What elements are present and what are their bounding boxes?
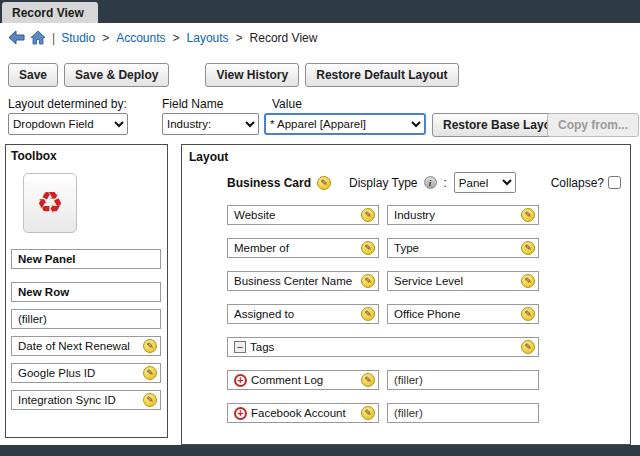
expand-plus-icon[interactable]: + xyxy=(234,407,247,420)
layout-determined-select[interactable]: Dropdown Field xyxy=(8,113,128,135)
view-history-button[interactable]: View History xyxy=(205,63,299,87)
layout-row: Assigned to ✎ Office Phone ✎ xyxy=(227,304,623,324)
breadcrumb: | Studio > Accounts > Layouts > Record V… xyxy=(0,23,640,49)
toolbox-item-google-plus-id[interactable]: Google Plus ID ✎ xyxy=(11,363,161,383)
layout-body: Business Card ✎ Display Type i : Panel C… xyxy=(189,164,623,423)
breadcrumb-chevron: > xyxy=(173,31,180,45)
display-type-select[interactable]: Panel xyxy=(454,172,516,193)
restore-default-layout-button[interactable]: Restore Default Layout xyxy=(305,63,458,87)
layout-field-filler[interactable]: (filler) xyxy=(387,403,539,423)
breadcrumb-current: Record View xyxy=(250,31,318,45)
save-button[interactable]: Save xyxy=(8,63,58,87)
edit-icon[interactable]: ✎ xyxy=(361,307,375,321)
toolbox-panel: Toolbox ♻ New Panel New Row (filler) Dat… xyxy=(5,144,168,438)
edit-icon[interactable]: ✎ xyxy=(361,241,375,255)
edit-icon[interactable]: ✎ xyxy=(361,406,375,420)
layout-row: Business Center Name ✎ Service Level ✎ xyxy=(227,271,623,291)
copy-from-button[interactable]: Copy from... xyxy=(547,113,639,137)
panel-name: Business Card xyxy=(227,176,311,190)
layout-title: Layout xyxy=(189,150,623,164)
toolbox-item-filler[interactable]: (filler) xyxy=(11,309,161,329)
layout-row: + Facebook Account ✎ (filler) xyxy=(227,403,623,423)
value-select[interactable]: * Apparel [Apparel] xyxy=(264,113,426,135)
layout-row: Member of ✎ Type ✎ xyxy=(227,238,623,258)
edit-icon[interactable]: ✎ xyxy=(317,176,331,190)
field-name-label: Field Name xyxy=(162,97,223,111)
toolbox-title: Toolbox xyxy=(11,149,162,163)
layout-row: + Comment Log ✎ (filler) xyxy=(227,370,623,390)
breadcrumb-separator: | xyxy=(52,31,55,45)
expand-plus-icon[interactable]: + xyxy=(234,374,247,387)
layout-field-facebook-account[interactable]: + Facebook Account ✎ xyxy=(227,403,379,423)
edit-icon[interactable]: ✎ xyxy=(521,340,535,354)
layout-field-industry[interactable]: Industry ✎ xyxy=(387,205,539,225)
layout-field-assigned-to[interactable]: Assigned to ✎ xyxy=(227,304,379,324)
breadcrumb-link-studio[interactable]: Studio xyxy=(61,31,95,45)
layout-field-filler[interactable]: (filler) xyxy=(387,370,539,390)
edit-icon[interactable]: ✎ xyxy=(361,373,375,387)
toolbox-item-new-row[interactable]: New Row xyxy=(11,282,161,302)
edit-icon[interactable]: ✎ xyxy=(521,307,535,321)
edit-icon[interactable]: ✎ xyxy=(143,393,157,407)
recycle-icon: ♻ xyxy=(37,188,64,218)
action-toolbar: Save Save & Deploy View History Restore … xyxy=(0,49,640,87)
toolbox-item-date-of-next-renewal[interactable]: Date of Next Renewal ✎ xyxy=(11,336,161,356)
collapse-label: Collapse? xyxy=(551,176,604,190)
collapse-checkbox[interactable] xyxy=(608,176,621,189)
field-name-select[interactable]: Industry: xyxy=(162,113,259,135)
main-area: Toolbox ♻ New Panel New Row (filler) Dat… xyxy=(0,135,640,445)
breadcrumb-link-accounts[interactable]: Accounts xyxy=(116,31,165,45)
layout-row: Website ✎ Industry ✎ xyxy=(227,205,623,225)
edit-icon[interactable]: ✎ xyxy=(521,274,535,288)
layout-field-website[interactable]: Website ✎ xyxy=(227,205,379,225)
layout-field-office-phone[interactable]: Office Phone ✎ xyxy=(387,304,539,324)
breadcrumb-chevron: > xyxy=(102,31,109,45)
toolbox-item-integration-sync-id[interactable]: Integration Sync ID ✎ xyxy=(11,390,161,410)
toolbox-item-new-panel[interactable]: New Panel xyxy=(11,249,161,269)
layout-field-business-center-name[interactable]: Business Center Name ✎ xyxy=(227,271,379,291)
collapse-minus-icon[interactable]: − xyxy=(234,341,246,353)
breadcrumb-link-layouts[interactable]: Layouts xyxy=(187,31,229,45)
layout-editor-panel: Layout Business Card ✎ Display Type i : … xyxy=(181,144,631,445)
collapse-control: Collapse? xyxy=(551,176,621,190)
layout-field-member-of[interactable]: Member of ✎ xyxy=(227,238,379,258)
trash-bin[interactable]: ♻ xyxy=(23,173,77,233)
home-icon[interactable] xyxy=(30,30,46,45)
edit-icon[interactable]: ✎ xyxy=(361,208,375,222)
edit-icon[interactable]: ✎ xyxy=(361,274,375,288)
back-arrow-icon[interactable] xyxy=(8,30,25,45)
filter-labels: Layout determined by: Field Name Value xyxy=(0,97,640,110)
save-deploy-button[interactable]: Save & Deploy xyxy=(64,63,169,87)
layout-field-comment-log[interactable]: + Comment Log ✎ xyxy=(227,370,379,390)
window-header: Record View xyxy=(0,0,640,23)
value-label: Value xyxy=(272,97,302,111)
filter-controls: Dropdown Field Industry: * Apparel [Appa… xyxy=(0,113,640,135)
layout-determined-label: Layout determined by: xyxy=(8,97,127,111)
tab-record-view[interactable]: Record View xyxy=(2,2,98,23)
layout-field-service-level[interactable]: Service Level ✎ xyxy=(387,271,539,291)
breadcrumb-chevron: > xyxy=(236,31,243,45)
bottom-bar xyxy=(0,445,640,456)
layout-field-type[interactable]: Type ✎ xyxy=(387,238,539,258)
edit-icon[interactable]: ✎ xyxy=(143,339,157,353)
panel-header-business-card: Business Card ✎ Display Type i : Panel C… xyxy=(227,172,623,193)
edit-icon[interactable]: ✎ xyxy=(521,208,535,222)
layout-field-tags[interactable]: − Tags ✎ xyxy=(227,337,539,357)
display-type-colon: : xyxy=(444,176,447,190)
layout-row: − Tags ✎ xyxy=(227,337,623,357)
edit-icon[interactable]: ✎ xyxy=(143,366,157,380)
info-icon[interactable]: i xyxy=(424,176,437,189)
display-type-label: Display Type xyxy=(349,176,417,190)
edit-icon[interactable]: ✎ xyxy=(521,241,535,255)
